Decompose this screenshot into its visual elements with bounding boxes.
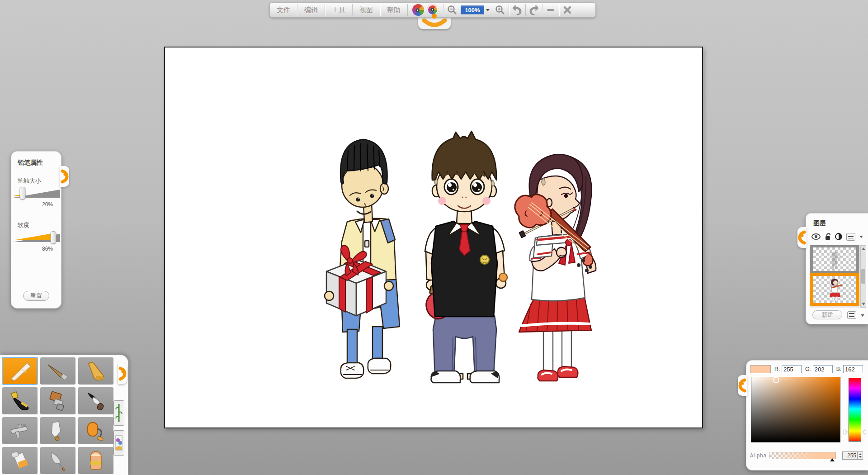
- scroll-down-arrow[interactable]: [862, 303, 865, 305]
- tool-grid: [2, 357, 112, 474]
- undo-button[interactable]: [509, 3, 525, 17]
- layer-opacity-icon[interactable]: [835, 233, 842, 240]
- redo-icon: [528, 5, 540, 15]
- tool-airbrush[interactable]: [2, 417, 38, 444]
- undo-icon: [511, 5, 523, 15]
- color-panel-handle[interactable]: [738, 375, 747, 396]
- menu-help[interactable]: 帮助: [380, 3, 407, 17]
- zoom-out-button[interactable]: [443, 3, 461, 17]
- minimize-button[interactable]: [542, 3, 559, 17]
- menu-view[interactable]: 视图: [353, 3, 380, 17]
- tool-dip-pen[interactable]: [40, 447, 75, 474]
- layers-options-caret[interactable]: [861, 314, 864, 317]
- tool-pencil[interactable]: [2, 357, 38, 385]
- layer-thumbnail-sketch: [813, 247, 856, 271]
- color-picker-panel: R: G: B: Alpha 255: [746, 360, 868, 470]
- close-icon: [563, 5, 572, 14]
- paint-tube-icon: [7, 450, 33, 471]
- panel-handle-icon: [118, 366, 127, 381]
- panel-handle-icon: [798, 230, 806, 245]
- layers-panel: 图层: [806, 213, 868, 324]
- clown-smile-icon: [421, 19, 448, 28]
- menu-edit[interactable]: 编辑: [297, 3, 325, 17]
- red-value-field[interactable]: [782, 365, 802, 373]
- alpha-spinner[interactable]: 255: [842, 451, 863, 460]
- paint-roller-icon: [83, 420, 108, 442]
- brush-size-thumb[interactable]: [19, 187, 25, 200]
- clown-eyes-buttons[interactable]: [408, 3, 443, 17]
- zoom-out-icon: [447, 5, 458, 15]
- alpha-slider[interactable]: [769, 452, 836, 459]
- blue-label: B:: [836, 366, 841, 372]
- alpha-marker[interactable]: [830, 458, 835, 461]
- eraser-icon: [83, 450, 108, 471]
- tool-paint-tube[interactable]: [2, 447, 38, 474]
- redo-button[interactable]: [526, 3, 542, 17]
- tool-crayon[interactable]: [78, 357, 113, 385]
- layers-options-button[interactable]: [847, 311, 856, 319]
- tool-palette-handle[interactable]: [118, 363, 127, 384]
- zoom-in-button[interactable]: [491, 3, 509, 17]
- tool-palette-knife[interactable]: [40, 417, 75, 444]
- scroll-up-arrow[interactable]: [862, 247, 865, 250]
- green-value-field[interactable]: [813, 365, 833, 373]
- tool-wood-pencil[interactable]: [40, 357, 75, 385]
- red-label: R:: [774, 366, 780, 372]
- reset-button[interactable]: 重置: [23, 291, 49, 301]
- hue-marker-right[interactable]: [863, 430, 866, 434]
- bamboo-icon: [115, 403, 123, 423]
- tool-eraser[interactable]: [78, 447, 113, 474]
- alpha-label: Alpha: [750, 452, 769, 459]
- tool-palette-panel: [0, 355, 128, 475]
- clown-smile-tab[interactable]: [418, 17, 451, 29]
- hue-strip[interactable]: [849, 378, 861, 442]
- tool-paint-roller[interactable]: [78, 417, 113, 444]
- brush-size-slider[interactable]: [13, 187, 60, 200]
- new-layer-button[interactable]: 新建: [812, 310, 842, 319]
- pencil-properties-panel: 铅笔属性 笔触大小 20% 软度 86% 重置: [11, 151, 61, 309]
- zoom-dropdown-caret[interactable]: [486, 9, 490, 11]
- zoom-level-field[interactable]: 100%: [461, 5, 484, 14]
- clown-nose-icon: [432, 14, 437, 19]
- bamboo-stamps-button[interactable]: [113, 400, 124, 426]
- layer-list: [810, 245, 859, 308]
- palette-knife-icon: [45, 420, 71, 442]
- layers-panel-handle[interactable]: [797, 227, 807, 248]
- clown-eye-left-icon: [412, 4, 424, 16]
- layer-menu-caret[interactable]: [859, 236, 863, 238]
- softness-slider[interactable]: [13, 231, 60, 245]
- layer-menu-button[interactable]: [846, 233, 855, 241]
- tool-palette-side-strip: [112, 355, 126, 475]
- canvas-illustration-three-children: [317, 127, 611, 385]
- alpha-spin-arrows[interactable]: [857, 452, 863, 459]
- pencil-panel-handle[interactable]: [60, 166, 69, 187]
- layer-list-scrollbar[interactable]: [860, 245, 866, 308]
- flat-brush-icon: [45, 390, 71, 412]
- menu-file[interactable]: 文件: [270, 3, 297, 17]
- color-selector-ring[interactable]: [773, 377, 779, 383]
- close-button[interactable]: [559, 3, 576, 17]
- brush-size-label: 笔触大小: [18, 177, 61, 185]
- tool-fountain-pen[interactable]: [2, 387, 38, 414]
- softness-fill: [13, 233, 53, 243]
- layer-row-sketch[interactable]: [810, 245, 859, 273]
- drawing-canvas[interactable]: [164, 47, 703, 428]
- tool-flat-brush[interactable]: [40, 387, 75, 414]
- softness-value: 86%: [11, 246, 53, 252]
- softness-thumb[interactable]: [51, 231, 57, 244]
- picture-stamps-button[interactable]: [113, 430, 124, 456]
- blue-value-field[interactable]: [843, 365, 863, 373]
- dip-pen-icon: [45, 450, 71, 471]
- saturation-value-gradient[interactable]: [751, 377, 840, 442]
- menu-tools[interactable]: 工具: [325, 3, 352, 17]
- current-color-swatch: [750, 365, 771, 373]
- pencil-icon: [7, 360, 33, 382]
- fountain-pen-icon: [7, 390, 33, 412]
- layer-lock-icon[interactable]: [825, 233, 831, 240]
- layer-row-girl[interactable]: [810, 273, 859, 306]
- layer-visibility-eye-icon[interactable]: [811, 233, 821, 240]
- tool-ink-brush[interactable]: [78, 387, 113, 414]
- green-label: G:: [805, 366, 811, 372]
- scrollbar-thumb[interactable]: [861, 269, 865, 284]
- hue-marker-left[interactable]: [844, 430, 847, 434]
